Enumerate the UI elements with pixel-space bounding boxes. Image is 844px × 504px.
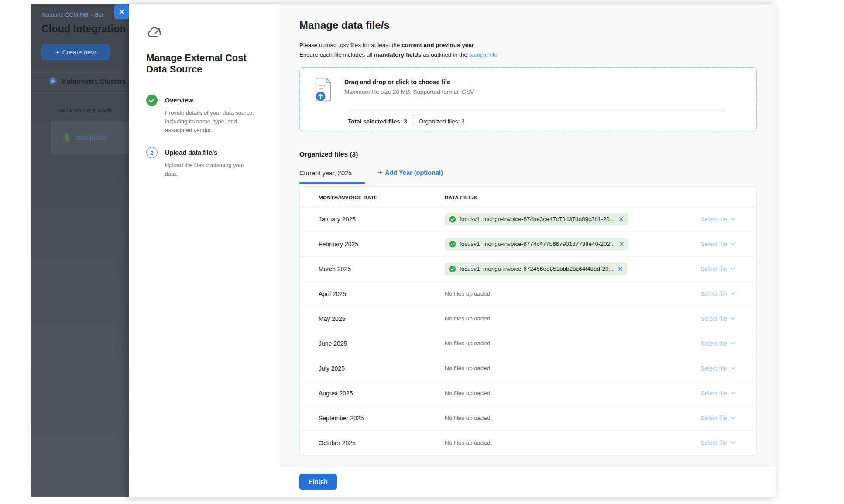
instruction-text: Ensure each file includes all [299,51,374,58]
step-upload-title: Upload data file/s [165,147,256,156]
chevron-down-icon [731,367,735,370]
select-file-dropdown[interactable]: Select file [666,241,735,248]
tab-kubernetes-clusters[interactable]: Kubernetes Clusters [31,70,129,92]
row-month: September 2025 [319,415,445,422]
monthly-files-card: MONTH/INVOICE DATE DATA FILE/S January 2… [299,186,757,456]
upload-instructions: Please upload .csv files for at least th… [299,41,757,60]
row-files-cell: No files uploaded. [445,439,666,446]
table-row: January 2025 focusv1_mongo-invoice-674be… [300,207,756,232]
file-chip: focusv1_mongo-invoice-672456ee851bbb28c6… [445,263,627,275]
manage-data-source-drawer: Manage External Cost Data Source Overvie… [129,4,776,497]
kubernetes-icon [48,77,57,85]
chevron-down-icon [731,441,735,444]
step-overview-title: Overview [165,95,256,104]
table-header-row: MONTH/INVOICE DATE DATA FILE/S [300,187,756,207]
row-month: August 2025 [319,390,445,397]
cloud-export-icon [146,25,163,39]
step-overview[interactable]: Overview Provide details of your data so… [146,95,279,135]
breadcrumb-separator-icon: › [91,11,93,18]
select-file-dropdown[interactable]: Select file [666,439,735,446]
instruction-bold: mandatory fields [374,51,421,58]
table-row: September 2025 No files uploaded. Select… [300,406,756,431]
chevron-down-icon [731,267,735,270]
close-icon [119,9,125,15]
plus-icon: + [55,48,59,56]
remove-file-icon[interactable] [619,217,624,221]
table-row: August 2025 No files uploaded. Select fi… [300,381,756,406]
file-rows: January 2025 focusv1_mongo-invoice-674be… [300,207,756,456]
file-chip-name: focusv1_mongo-invoice-672456ee851bbb28c6… [460,266,614,272]
select-file-dropdown[interactable]: Select file [666,216,735,223]
empty-files-text: No files uploaded. [445,439,492,446]
step-upload-data-files[interactable]: 2 Upload data file/s Upload the files co… [146,147,279,178]
upload-panel: Manage data file/s Please upload .csv fi… [279,4,776,497]
step-upload-description: Upload the files containing your data. [165,161,256,178]
row-files-cell: focusv1_mongo-invoice-674be3ce47c73d37dd… [445,213,666,225]
plus-icon: + [378,168,382,177]
row-month: February 2025 [319,241,445,248]
row-files-cell: No files uploaded. [445,315,666,322]
column-header-month: MONTH/INVOICE DATE [319,195,445,200]
select-file-dropdown[interactable]: Select file [666,415,735,422]
select-file-label: Select file [700,290,727,297]
check-circle-icon [449,216,456,223]
remove-file-icon[interactable] [618,266,623,271]
chevron-down-icon [731,292,735,295]
select-file-dropdown[interactable]: Select file [666,290,735,297]
chevron-down-icon [731,416,735,419]
chevron-down-icon [731,317,735,320]
select-file-label: Select file [700,315,727,322]
row-month: October 2025 [319,439,445,446]
select-file-label: Select file [700,365,727,372]
create-new-button-label: Create new [62,48,96,56]
chevron-down-icon [731,342,735,345]
row-month: March 2025 [319,266,445,272]
create-new-button[interactable]: + Create new [41,44,110,60]
drawer-footer: Finish [279,467,776,497]
select-file-dropdown[interactable]: Select file [666,266,735,272]
select-file-dropdown[interactable]: Select file [666,365,735,372]
row-month: June 2025 [319,340,445,347]
organized-files-count: Organized files: 3 [419,118,465,125]
empty-files-text: No files uploaded. [445,340,492,347]
tab-current-year[interactable]: Current year, 2025 [299,170,365,184]
chevron-down-icon [731,242,735,245]
instruction-line-1: Please upload .csv files for at least th… [299,41,757,50]
empty-files-text: No files uploaded. [445,390,492,396]
row-month: April 2025 [319,290,445,297]
add-year-label: Add Year (optional) [385,169,443,176]
divider [413,118,413,125]
select-file-dropdown[interactable]: Select file [666,315,735,322]
select-file-dropdown[interactable]: Select file [666,390,735,397]
file-chip: focusv1_mongo-invoice-6774c477b667901d77… [445,238,628,250]
page-title: Cloud Integration [41,23,129,35]
select-file-label: Select file [700,415,727,422]
finish-button[interactable]: Finish [299,474,337,490]
organized-files-heading: Organized files (3) [299,150,757,158]
instruction-text: as outlined in the [421,51,469,58]
close-drawer-button[interactable] [114,4,129,19]
row-files-cell: focusv1_mongo-invoice-6774c477b667901d77… [445,238,666,250]
step-complete-icon [146,95,158,106]
remove-file-icon[interactable] [619,242,624,246]
select-file-dropdown[interactable]: Select file [666,340,735,347]
select-file-label: Select file [700,241,727,248]
breadcrumb-section[interactable]: Set [95,11,103,18]
file-dropzone[interactable]: Drag and drop or click to choose file Ma… [299,67,757,131]
data-source-name-link[interactable]: test-jbisht [76,134,106,141]
dropzone-subtitle: Maximum file size 20 MB; Supported forma… [344,89,474,95]
file-chip-name: focusv1_mongo-invoice-674be3ce47c73d37dd… [460,216,614,222]
select-file-label: Select file [700,439,727,446]
dropzone-divider [348,109,725,109]
select-file-label: Select file [700,390,727,397]
empty-files-text: No files uploaded. [445,415,492,421]
sample-file-link[interactable]: sample file [469,51,497,58]
row-files-cell: focusv1_mongo-invoice-672456ee851bbb28c6… [445,263,666,275]
wizard-steps: Overview Provide details of your data so… [146,95,279,179]
data-source-row[interactable]: test-jbisht [51,121,129,154]
add-year-button[interactable]: + Add Year (optional) [378,168,443,184]
table-row: July 2025 No files uploaded. Select file [300,356,756,381]
breadcrumb-account[interactable]: Account: CCM-NG [41,11,89,18]
select-file-label: Select file [700,340,727,347]
check-circle-icon [449,241,456,248]
